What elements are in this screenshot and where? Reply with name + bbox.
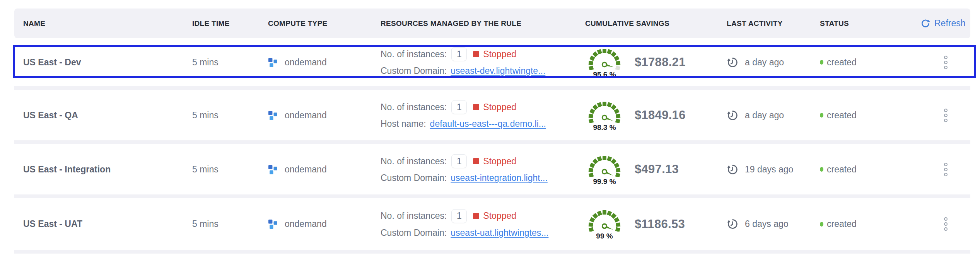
resources-cell: No. of instances: 1 Stopped Custom Domai… xyxy=(381,209,585,239)
instances-label: No. of instances: xyxy=(381,48,447,61)
resources-cell: No. of instances: 1 Stopped Custom Domai… xyxy=(381,154,585,184)
savings-percent: 99.9 % xyxy=(593,177,616,186)
kebab-dot-icon xyxy=(944,66,948,69)
history-icon xyxy=(727,56,739,68)
savings-percent: 99 % xyxy=(596,232,613,240)
idle-time: 5 mins xyxy=(192,110,268,121)
stopped-label: Stopped xyxy=(483,101,516,114)
last-activity-label: a day ago xyxy=(745,110,784,121)
rules-table-page: { "table": { "columns": [ { "label": "NA… xyxy=(0,0,980,259)
row-menu-button[interactable] xyxy=(942,107,949,124)
kebab-dot-icon xyxy=(944,173,948,176)
domain-link[interactable]: useast-dev.lightwingte... xyxy=(451,65,545,77)
savings-gauge-icon xyxy=(586,99,623,123)
domain-label: Custom Domain: xyxy=(381,227,447,239)
savings-gauge-icon xyxy=(586,153,623,177)
compute-type-icon xyxy=(268,219,278,229)
column-header-status: STATUS xyxy=(820,19,920,28)
column-header-last-activity: LAST ACTIVITY xyxy=(727,19,820,28)
row-separator xyxy=(14,194,970,198)
stopped-indicator: Stopped xyxy=(473,210,516,222)
savings-cell: 99.9 % $497.13 xyxy=(585,153,727,186)
stopped-indicator: Stopped xyxy=(473,48,516,61)
rule-name: US East - UAT xyxy=(23,219,192,229)
kebab-dot-icon xyxy=(944,56,948,59)
column-header-compute-type: COMPUTE TYPE xyxy=(268,19,381,28)
host-name-link[interactable]: default-us-east---qa.demo.li... xyxy=(430,118,546,130)
table-row[interactable]: US East - Integration 5 mins ondemand No… xyxy=(14,144,970,194)
instance-count-badge: 1 xyxy=(451,100,467,114)
stopped-label: Stopped xyxy=(483,210,516,222)
stopped-square-icon xyxy=(473,213,479,219)
resources-cell: No. of instances: 1 Stopped Custom Domai… xyxy=(381,47,585,77)
stopped-label: Stopped xyxy=(483,48,516,61)
idle-time: 5 mins xyxy=(192,57,268,68)
status-dot-icon xyxy=(820,60,823,65)
instances-label: No. of instances: xyxy=(381,155,447,168)
column-header-name: NAME xyxy=(23,19,192,28)
idle-time: 5 mins xyxy=(192,219,268,229)
history-icon xyxy=(727,218,739,230)
status-label: created xyxy=(827,219,857,229)
kebab-dot-icon xyxy=(944,119,948,122)
status-label: created xyxy=(827,57,857,68)
status-dot-icon xyxy=(820,167,823,172)
last-activity-label: a day ago xyxy=(745,57,784,68)
savings-amount: $1849.16 xyxy=(635,108,686,122)
row-menu-button[interactable] xyxy=(942,161,949,178)
status-label: created xyxy=(827,164,857,175)
resources-cell: No. of instances: 1 Stopped Host name: d… xyxy=(381,100,585,130)
kebab-dot-icon xyxy=(944,222,948,226)
host-name-label: Host name: xyxy=(381,118,426,130)
row-separator xyxy=(14,250,970,254)
savings-amount: $1186.53 xyxy=(635,217,685,231)
refresh-label: Refresh xyxy=(934,18,966,29)
savings-amount: $1788.21 xyxy=(635,55,686,69)
row-menu-button[interactable] xyxy=(942,54,949,71)
instances-label: No. of instances: xyxy=(381,210,447,222)
compute-type-label: ondemand xyxy=(285,219,327,229)
history-icon xyxy=(727,109,739,121)
rules-table: NAME IDLE TIME COMPUTE TYPE RESOURCES MA… xyxy=(14,9,970,254)
status-dot-icon xyxy=(820,113,823,118)
domain-link[interactable]: useast-uat.lightwingtes... xyxy=(451,227,548,239)
instance-count-badge: 1 xyxy=(451,47,467,61)
status-label: created xyxy=(827,110,857,121)
kebab-dot-icon xyxy=(944,114,948,117)
table-row[interactable]: US East - UAT 5 mins ondemand No. of ins… xyxy=(14,198,970,250)
instance-count-badge: 1 xyxy=(451,154,467,168)
savings-percent: 98.3 % xyxy=(593,123,616,132)
rule-name: US East - QA xyxy=(23,110,192,121)
kebab-dot-icon xyxy=(944,217,948,221)
refresh-button[interactable]: Refresh xyxy=(920,18,966,29)
idle-time: 5 mins xyxy=(192,164,268,175)
compute-type-icon xyxy=(268,164,278,175)
savings-cell: 95.6 % $1788.21 xyxy=(585,46,727,79)
table-row[interactable]: US East - QA 5 mins ondemand No. of inst… xyxy=(14,90,970,140)
stopped-indicator: Stopped xyxy=(473,155,516,168)
domain-label: Custom Domain: xyxy=(381,65,447,77)
savings-gauge-icon xyxy=(586,46,623,70)
stopped-square-icon xyxy=(473,104,479,110)
refresh-icon xyxy=(920,19,930,29)
savings-cell: 99 % $1186.53 xyxy=(585,208,727,240)
table-header: NAME IDLE TIME COMPUTE TYPE RESOURCES MA… xyxy=(14,9,970,38)
savings-amount: $497.13 xyxy=(635,162,679,176)
row-separator xyxy=(14,140,970,144)
rule-name: US East - Integration xyxy=(23,164,192,175)
last-activity-label: 6 days ago xyxy=(745,219,789,229)
row-separator xyxy=(14,86,970,90)
compute-type-icon xyxy=(268,57,278,68)
kebab-dot-icon xyxy=(944,163,948,166)
column-header-cumulative-savings: CUMULATIVE SAVINGS xyxy=(585,19,727,28)
table-row[interactable]: US East - Dev 5 mins ondemand No. of ins… xyxy=(14,38,970,86)
kebab-dot-icon xyxy=(944,109,948,112)
stopped-indicator: Stopped xyxy=(473,101,516,114)
status-dot-icon xyxy=(820,222,823,227)
stopped-square-icon xyxy=(473,158,479,164)
compute-type-icon xyxy=(268,110,278,121)
domain-label: Custom Domain: xyxy=(381,172,447,184)
domain-link[interactable]: useast-integration.light... xyxy=(451,172,548,184)
row-menu-button[interactable] xyxy=(942,216,949,232)
last-activity-label: 19 days ago xyxy=(745,164,793,175)
